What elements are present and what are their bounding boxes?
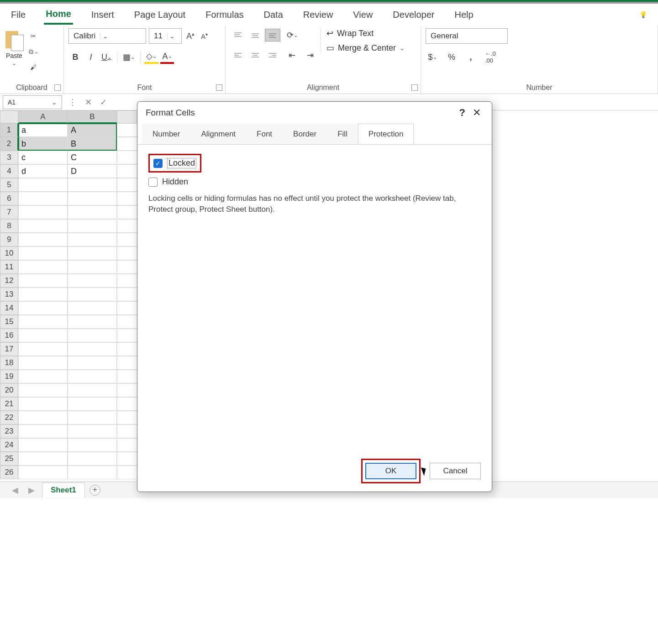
ribbon-tab-review[interactable]: Review: [301, 6, 335, 24]
font-size-combo[interactable]: 11 ⌄: [149, 28, 182, 44]
cell-A23[interactable]: [18, 424, 68, 438]
comma-format-icon[interactable]: ,: [464, 50, 478, 64]
cell-B21[interactable]: [68, 397, 117, 411]
borders-button[interactable]: ▦ ⌄: [121, 50, 137, 64]
dialog-tab-number[interactable]: Number: [142, 124, 190, 145]
row-header-8[interactable]: 8: [0, 219, 18, 233]
cell-A1[interactable]: a: [18, 123, 68, 137]
cell-A22[interactable]: [18, 411, 68, 424]
cell-B2[interactable]: B: [68, 137, 117, 151]
align-left-icon[interactable]: [230, 49, 246, 62]
cell-A11[interactable]: [18, 260, 68, 274]
cell-B13[interactable]: [68, 288, 117, 301]
align-top-icon[interactable]: [230, 29, 246, 42]
cell-A26[interactable]: [18, 466, 68, 479]
row-header-17[interactable]: 17: [0, 342, 18, 356]
cell-B25[interactable]: [68, 452, 117, 466]
row-header-11[interactable]: 11: [0, 260, 18, 274]
row-header-24[interactable]: 24: [0, 438, 18, 452]
locked-checkbox[interactable]: ✓: [153, 159, 163, 168]
increase-font-icon[interactable]: A▴: [184, 30, 196, 42]
ribbon-tab-help[interactable]: Help: [453, 6, 475, 24]
cut-icon[interactable]: ✂: [27, 30, 39, 42]
wrap-text-button[interactable]: ↩ Wrap Text: [326, 28, 405, 38]
cell-B19[interactable]: [68, 370, 117, 383]
cell-A13[interactable]: [18, 288, 68, 301]
ribbon-tab-data[interactable]: Data: [262, 6, 285, 24]
cell-B15[interactable]: [68, 315, 117, 329]
cell-A4[interactable]: d: [18, 164, 68, 178]
cancel-formula-icon[interactable]: ✕: [85, 97, 92, 107]
cell-A20[interactable]: [18, 383, 68, 397]
row-header-26[interactable]: 26: [0, 466, 18, 479]
align-middle-icon[interactable]: [247, 29, 263, 42]
ribbon-tab-view[interactable]: View: [351, 6, 374, 24]
ribbon-tab-page-layout[interactable]: Page Layout: [132, 6, 187, 24]
cell-B16[interactable]: [68, 329, 117, 342]
ribbon-tab-home[interactable]: Home: [44, 5, 73, 25]
dialog-help-icon[interactable]: ?: [455, 107, 470, 119]
format-painter-icon[interactable]: 🖌: [27, 61, 39, 73]
align-bottom-icon[interactable]: [265, 29, 280, 42]
cell-A12[interactable]: [18, 274, 68, 288]
number-format-combo[interactable]: General: [426, 28, 508, 44]
dialog-tab-alignment[interactable]: Alignment: [190, 124, 246, 145]
cell-A24[interactable]: [18, 438, 68, 452]
cell-B10[interactable]: [68, 246, 117, 260]
ok-button[interactable]: OK: [365, 463, 416, 479]
copy-icon[interactable]: ⧉ ⌄: [27, 46, 39, 58]
row-header-12[interactable]: 12: [0, 274, 18, 288]
ribbon-tab-insert[interactable]: Insert: [89, 6, 116, 24]
align-center-icon[interactable]: [247, 49, 263, 62]
dialog-tab-font[interactable]: Font: [246, 124, 283, 145]
cell-A25[interactable]: [18, 452, 68, 466]
clipboard-launcher-icon[interactable]: [54, 84, 61, 91]
align-right-icon[interactable]: [265, 49, 280, 62]
row-header-19[interactable]: 19: [0, 370, 18, 383]
row-header-1[interactable]: 1: [0, 123, 18, 137]
cell-A6[interactable]: [18, 192, 68, 205]
cell-A3[interactable]: c: [18, 151, 68, 164]
name-box[interactable]: A1 ⌄: [3, 95, 62, 109]
cell-B1[interactable]: A: [68, 123, 117, 137]
cell-A16[interactable]: [18, 329, 68, 342]
cell-B26[interactable]: [68, 466, 117, 479]
cell-A10[interactable]: [18, 246, 68, 260]
cell-B23[interactable]: [68, 424, 117, 438]
cell-A5[interactable]: [18, 178, 68, 192]
accounting-format-icon[interactable]: $ ⌄: [426, 50, 439, 64]
sheet-nav-next-icon[interactable]: ▶: [26, 485, 37, 495]
cell-B12[interactable]: [68, 274, 117, 288]
cell-A8[interactable]: [18, 219, 68, 233]
cell-B17[interactable]: [68, 342, 117, 356]
paste-button[interactable]: Paste ⌄: [5, 28, 24, 67]
cell-A18[interactable]: [18, 356, 68, 370]
dialog-tab-fill[interactable]: Fill: [327, 124, 358, 145]
decrease-indent-icon[interactable]: ⇤: [285, 48, 299, 62]
sheet-tab-sheet1[interactable]: Sheet1: [42, 482, 85, 497]
cell-A15[interactable]: [18, 315, 68, 329]
cell-A2[interactable]: b: [18, 137, 68, 151]
merge-center-button[interactable]: ▭ Merge & Center ⌄: [326, 43, 405, 53]
add-sheet-button[interactable]: +: [89, 485, 100, 496]
decrease-font-icon[interactable]: A▾: [199, 31, 210, 41]
cell-B3[interactable]: C: [68, 151, 117, 164]
row-header-25[interactable]: 25: [0, 452, 18, 466]
cell-B8[interactable]: [68, 219, 117, 233]
row-header-13[interactable]: 13: [0, 288, 18, 301]
row-header-20[interactable]: 20: [0, 383, 18, 397]
cell-B7[interactable]: [68, 205, 117, 219]
alignment-launcher-icon[interactable]: [411, 84, 418, 91]
row-header-10[interactable]: 10: [0, 246, 18, 260]
ribbon-tab-file[interactable]: File: [9, 6, 27, 24]
sheet-nav-prev-icon[interactable]: ◀: [9, 485, 21, 495]
font-color-button[interactable]: A ⌄: [160, 50, 174, 64]
cell-A21[interactable]: [18, 397, 68, 411]
cell-B11[interactable]: [68, 260, 117, 274]
row-header-15[interactable]: 15: [0, 315, 18, 329]
fill-color-button[interactable]: ◇ ⌄: [144, 50, 158, 64]
cell-A7[interactable]: [18, 205, 68, 219]
cell-B9[interactable]: [68, 233, 117, 246]
dialog-close-icon[interactable]: ✕: [470, 107, 484, 119]
italic-button[interactable]: I: [84, 50, 98, 64]
